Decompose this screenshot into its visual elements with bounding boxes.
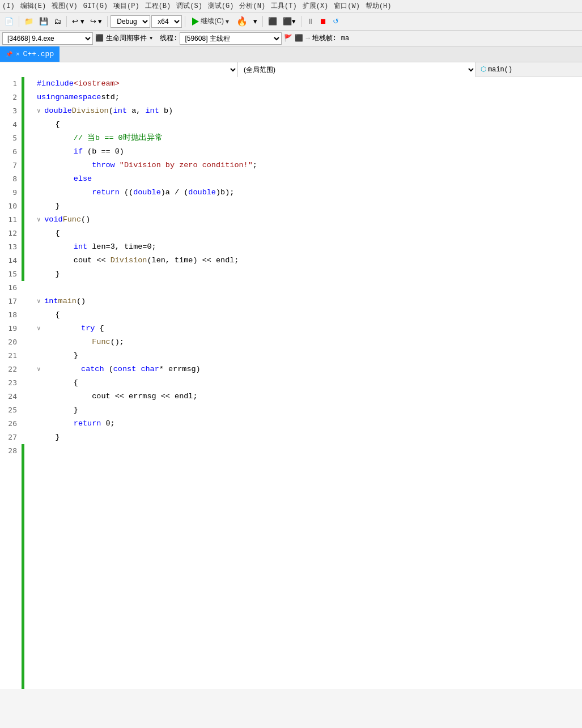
redo-btn[interactable]: ↪ ▾ xyxy=(88,15,105,27)
lifecycle-icon: ⬛ xyxy=(95,34,104,42)
menu-item-tools[interactable]: 工具(T) xyxy=(271,1,297,11)
keyword: const xyxy=(113,363,137,376)
table-row: ∨ void Func() xyxy=(37,213,582,227)
line-number: 8 xyxy=(0,172,22,186)
code-text: } xyxy=(37,431,60,444)
line-numbers: 1234567891011121314151617181920212223242… xyxy=(0,77,22,689)
continue-button[interactable]: 继续(C) ▾ xyxy=(188,15,233,28)
scope-left-dropdown[interactable] xyxy=(0,62,238,77)
code-text: ( xyxy=(109,104,113,118)
collapse-icon[interactable]: ∨ xyxy=(37,213,44,227)
stop-btn[interactable]: ⏹ xyxy=(317,15,329,27)
menu-item-build[interactable]: 工程(B) xyxy=(145,1,171,11)
menu-item-ext[interactable]: 扩展(X) xyxy=(303,1,329,11)
table-row: } xyxy=(37,349,582,363)
fire-btn[interactable]: 🔥 xyxy=(234,14,250,28)
stack-value: ma xyxy=(341,35,349,42)
table-row: } xyxy=(37,431,582,444)
pause-btn[interactable]: ⏸ xyxy=(304,15,316,27)
main-toolbar: 📄 📁 💾 🗂 ↩ ▾ ↪ ▾ Debug x64 继续(C) ▾ 🔥 ▾ ⬛ … xyxy=(0,12,582,31)
save-all-btn[interactable]: 🗂 xyxy=(52,15,63,27)
code-text: (len, time) << endl; xyxy=(147,254,239,267)
function-name: Division xyxy=(111,254,147,267)
code-text: ; xyxy=(253,159,257,172)
line-number: 4 xyxy=(0,118,22,131)
tab-close-btn[interactable]: × xyxy=(16,51,20,58)
line-number: 21 xyxy=(0,349,22,363)
collapse-icon[interactable]: ∨ xyxy=(37,322,44,335)
keyword: char xyxy=(141,363,159,376)
code-text: } xyxy=(37,349,78,363)
line-number: 28 xyxy=(0,444,22,458)
line-number: 9 xyxy=(0,186,22,199)
table-row: } xyxy=(37,267,582,281)
code-text xyxy=(44,322,81,335)
step-over-btn[interactable]: ⬛▾ xyxy=(281,15,298,27)
sep5 xyxy=(262,16,263,27)
collapse-icon[interactable]: ∨ xyxy=(37,295,44,308)
code-text: } xyxy=(37,199,60,213)
collapse-icon[interactable]: ∨ xyxy=(37,363,44,376)
debug-config-dropdown[interactable]: Debug xyxy=(111,15,150,28)
function-name: Division xyxy=(72,104,109,118)
code-text xyxy=(37,335,92,349)
code-text: { xyxy=(37,227,60,240)
code-text xyxy=(37,417,74,431)
code-text: )b); xyxy=(216,186,234,199)
scope-middle-dropdown[interactable]: (全局范围) xyxy=(238,62,476,77)
code-text: { xyxy=(37,118,60,131)
include-path: <iostream> xyxy=(74,77,120,91)
menu-item-git[interactable]: GIT(G) xyxy=(83,2,108,10)
thread-dropdown[interactable]: [59608] 主线程 xyxy=(180,32,282,45)
line-number: 24 xyxy=(0,390,22,403)
code-area: 1234567891011121314151617181920212223242… xyxy=(0,77,582,689)
undo-btn[interactable]: ↩ ▾ xyxy=(70,15,87,27)
platform-dropdown[interactable]: x64 xyxy=(151,15,182,28)
menu-item-window[interactable]: 窗口(W) xyxy=(334,1,360,11)
breakpoints-btn[interactable]: ⬛ xyxy=(266,15,279,27)
code-text: } xyxy=(37,403,78,417)
code-text: } xyxy=(37,267,60,281)
table-row: int len=3, time=0; xyxy=(37,240,582,254)
function-name: Func xyxy=(92,335,110,349)
menu-item-project[interactable]: 项目(P) xyxy=(113,1,139,11)
line-number: 3 xyxy=(0,104,22,118)
code-text xyxy=(37,131,74,145)
save-btn[interactable]: 💾 xyxy=(37,15,50,27)
table-row: ∨ catch (const char* errmsg) xyxy=(37,363,582,376)
code-text: cout << xyxy=(37,254,111,267)
code-text: a, xyxy=(127,104,145,118)
line-number: 22 xyxy=(0,363,22,376)
table-row: else xyxy=(37,172,582,186)
line-number: 2 xyxy=(0,91,22,104)
menu-item-view[interactable]: 视图(V) xyxy=(52,1,78,11)
menu-item-i[interactable]: (I) xyxy=(2,2,15,10)
code-text: () xyxy=(77,295,86,308)
process-dropdown[interactable]: [34668] 9.4.exe xyxy=(2,32,93,45)
collapse-icon[interactable]: ∨ xyxy=(37,104,44,118)
open-btn[interactable]: 📁 xyxy=(22,15,36,27)
keyword: int xyxy=(74,240,87,254)
menu-item-help[interactable]: 帮助(H) xyxy=(366,1,392,11)
tab-cpp[interactable]: 📌 × C++.cpp xyxy=(0,46,60,62)
menu-item-debug[interactable]: 调试(S) xyxy=(176,1,202,11)
menu-item-analyze[interactable]: 分析(N) xyxy=(239,1,265,11)
btn5[interactable]: ▾ xyxy=(251,15,260,27)
menu-item-test[interactable]: 测试(G) xyxy=(208,1,234,11)
table-row: ∨ int main() xyxy=(37,295,582,308)
table-row: { xyxy=(37,376,582,390)
table-row: // 当b == 0时抛出异常 xyxy=(37,131,582,145)
menu-item-edit[interactable]: 编辑(E) xyxy=(20,1,46,11)
table-row xyxy=(37,444,582,458)
code-text xyxy=(37,186,92,199)
line-number: 6 xyxy=(0,145,22,159)
new-btn[interactable]: 📄 xyxy=(2,15,16,27)
table-row: return ((double)a / (double)b); xyxy=(37,186,582,199)
restart-btn[interactable]: ↺ xyxy=(330,15,341,27)
sep6 xyxy=(301,16,301,27)
line-number: 19 xyxy=(0,322,22,335)
table-row: } xyxy=(37,403,582,417)
continue-label: 继续(C) xyxy=(201,16,224,26)
code-text: ( xyxy=(104,363,113,376)
code-text: 0; xyxy=(101,417,114,431)
